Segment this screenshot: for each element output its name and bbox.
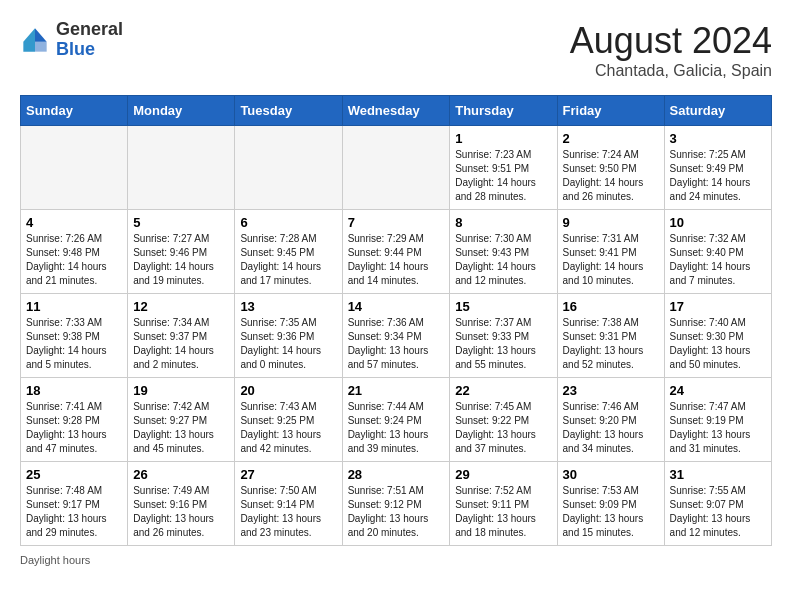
- day-info: Sunrise: 7:55 AM Sunset: 9:07 PM Dayligh…: [670, 484, 766, 540]
- day-info: Sunrise: 7:25 AM Sunset: 9:49 PM Dayligh…: [670, 148, 766, 204]
- day-info: Sunrise: 7:27 AM Sunset: 9:46 PM Dayligh…: [133, 232, 229, 288]
- day-cell-14: 14Sunrise: 7:36 AM Sunset: 9:34 PM Dayli…: [342, 294, 450, 378]
- day-cell-22: 22Sunrise: 7:45 AM Sunset: 9:22 PM Dayli…: [450, 378, 557, 462]
- column-header-sunday: Sunday: [21, 96, 128, 126]
- day-cell-9: 9Sunrise: 7:31 AM Sunset: 9:41 PM Daylig…: [557, 210, 664, 294]
- title-area: August 2024 Chantada, Galicia, Spain: [570, 20, 772, 80]
- day-number: 30: [563, 467, 659, 482]
- day-number: 24: [670, 383, 766, 398]
- day-cell-29: 29Sunrise: 7:52 AM Sunset: 9:11 PM Dayli…: [450, 462, 557, 546]
- day-number: 5: [133, 215, 229, 230]
- day-cell-23: 23Sunrise: 7:46 AM Sunset: 9:20 PM Dayli…: [557, 378, 664, 462]
- day-number: 13: [240, 299, 336, 314]
- day-number: 15: [455, 299, 551, 314]
- column-header-friday: Friday: [557, 96, 664, 126]
- logo-icon: [20, 25, 50, 55]
- day-info: Sunrise: 7:33 AM Sunset: 9:38 PM Dayligh…: [26, 316, 122, 372]
- day-cell-24: 24Sunrise: 7:47 AM Sunset: 9:19 PM Dayli…: [664, 378, 771, 462]
- day-number: 2: [563, 131, 659, 146]
- day-number: 1: [455, 131, 551, 146]
- day-info: Sunrise: 7:51 AM Sunset: 9:12 PM Dayligh…: [348, 484, 445, 540]
- day-info: Sunrise: 7:23 AM Sunset: 9:51 PM Dayligh…: [455, 148, 551, 204]
- day-info: Sunrise: 7:48 AM Sunset: 9:17 PM Dayligh…: [26, 484, 122, 540]
- day-number: 25: [26, 467, 122, 482]
- day-cell-15: 15Sunrise: 7:37 AM Sunset: 9:33 PM Dayli…: [450, 294, 557, 378]
- calendar-header: SundayMondayTuesdayWednesdayThursdayFrid…: [21, 96, 772, 126]
- page-header: General Blue August 2024 Chantada, Galic…: [20, 20, 772, 80]
- day-cell-21: 21Sunrise: 7:44 AM Sunset: 9:24 PM Dayli…: [342, 378, 450, 462]
- day-info: Sunrise: 7:26 AM Sunset: 9:48 PM Dayligh…: [26, 232, 122, 288]
- day-cell-19: 19Sunrise: 7:42 AM Sunset: 9:27 PM Dayli…: [128, 378, 235, 462]
- day-number: 14: [348, 299, 445, 314]
- day-info: Sunrise: 7:31 AM Sunset: 9:41 PM Dayligh…: [563, 232, 659, 288]
- day-cell-12: 12Sunrise: 7:34 AM Sunset: 9:37 PM Dayli…: [128, 294, 235, 378]
- day-number: 8: [455, 215, 551, 230]
- column-header-wednesday: Wednesday: [342, 96, 450, 126]
- calendar-week-5: 25Sunrise: 7:48 AM Sunset: 9:17 PM Dayli…: [21, 462, 772, 546]
- day-info: Sunrise: 7:52 AM Sunset: 9:11 PM Dayligh…: [455, 484, 551, 540]
- day-number: 4: [26, 215, 122, 230]
- day-info: Sunrise: 7:30 AM Sunset: 9:43 PM Dayligh…: [455, 232, 551, 288]
- day-info: Sunrise: 7:42 AM Sunset: 9:27 PM Dayligh…: [133, 400, 229, 456]
- day-info: Sunrise: 7:38 AM Sunset: 9:31 PM Dayligh…: [563, 316, 659, 372]
- day-info: Sunrise: 7:49 AM Sunset: 9:16 PM Dayligh…: [133, 484, 229, 540]
- logo-text: General Blue: [56, 20, 123, 60]
- day-cell-8: 8Sunrise: 7:30 AM Sunset: 9:43 PM Daylig…: [450, 210, 557, 294]
- logo: General Blue: [20, 20, 123, 60]
- day-cell-7: 7Sunrise: 7:29 AM Sunset: 9:44 PM Daylig…: [342, 210, 450, 294]
- day-info: Sunrise: 7:41 AM Sunset: 9:28 PM Dayligh…: [26, 400, 122, 456]
- day-info: Sunrise: 7:37 AM Sunset: 9:33 PM Dayligh…: [455, 316, 551, 372]
- column-header-thursday: Thursday: [450, 96, 557, 126]
- column-header-saturday: Saturday: [664, 96, 771, 126]
- svg-marker-0: [35, 28, 47, 41]
- day-info: Sunrise: 7:53 AM Sunset: 9:09 PM Dayligh…: [563, 484, 659, 540]
- logo-general: General: [56, 20, 123, 40]
- day-number: 28: [348, 467, 445, 482]
- calendar-week-4: 18Sunrise: 7:41 AM Sunset: 9:28 PM Dayli…: [21, 378, 772, 462]
- day-info: Sunrise: 7:47 AM Sunset: 9:19 PM Dayligh…: [670, 400, 766, 456]
- calendar-week-1: 1Sunrise: 7:23 AM Sunset: 9:51 PM Daylig…: [21, 126, 772, 210]
- day-number: 27: [240, 467, 336, 482]
- day-info: Sunrise: 7:24 AM Sunset: 9:50 PM Dayligh…: [563, 148, 659, 204]
- day-info: Sunrise: 7:44 AM Sunset: 9:24 PM Dayligh…: [348, 400, 445, 456]
- day-info: Sunrise: 7:34 AM Sunset: 9:37 PM Dayligh…: [133, 316, 229, 372]
- empty-cell: [342, 126, 450, 210]
- day-number: 26: [133, 467, 229, 482]
- day-cell-6: 6Sunrise: 7:28 AM Sunset: 9:45 PM Daylig…: [235, 210, 342, 294]
- day-info: Sunrise: 7:45 AM Sunset: 9:22 PM Dayligh…: [455, 400, 551, 456]
- day-cell-4: 4Sunrise: 7:26 AM Sunset: 9:48 PM Daylig…: [21, 210, 128, 294]
- day-number: 23: [563, 383, 659, 398]
- day-cell-26: 26Sunrise: 7:49 AM Sunset: 9:16 PM Dayli…: [128, 462, 235, 546]
- day-info: Sunrise: 7:29 AM Sunset: 9:44 PM Dayligh…: [348, 232, 445, 288]
- day-number: 7: [348, 215, 445, 230]
- day-info: Sunrise: 7:50 AM Sunset: 9:14 PM Dayligh…: [240, 484, 336, 540]
- day-number: 11: [26, 299, 122, 314]
- calendar-week-2: 4Sunrise: 7:26 AM Sunset: 9:48 PM Daylig…: [21, 210, 772, 294]
- day-info: Sunrise: 7:36 AM Sunset: 9:34 PM Dayligh…: [348, 316, 445, 372]
- day-number: 31: [670, 467, 766, 482]
- day-number: 19: [133, 383, 229, 398]
- day-number: 9: [563, 215, 659, 230]
- day-number: 21: [348, 383, 445, 398]
- day-info: Sunrise: 7:40 AM Sunset: 9:30 PM Dayligh…: [670, 316, 766, 372]
- day-number: 29: [455, 467, 551, 482]
- svg-marker-2: [23, 28, 35, 51]
- day-number: 6: [240, 215, 336, 230]
- footer-note: Daylight hours: [20, 554, 772, 566]
- day-cell-17: 17Sunrise: 7:40 AM Sunset: 9:30 PM Dayli…: [664, 294, 771, 378]
- day-cell-31: 31Sunrise: 7:55 AM Sunset: 9:07 PM Dayli…: [664, 462, 771, 546]
- day-cell-13: 13Sunrise: 7:35 AM Sunset: 9:36 PM Dayli…: [235, 294, 342, 378]
- day-cell-5: 5Sunrise: 7:27 AM Sunset: 9:46 PM Daylig…: [128, 210, 235, 294]
- calendar-week-3: 11Sunrise: 7:33 AM Sunset: 9:38 PM Dayli…: [21, 294, 772, 378]
- day-number: 10: [670, 215, 766, 230]
- day-cell-3: 3Sunrise: 7:25 AM Sunset: 9:49 PM Daylig…: [664, 126, 771, 210]
- day-number: 17: [670, 299, 766, 314]
- day-number: 18: [26, 383, 122, 398]
- day-cell-10: 10Sunrise: 7:32 AM Sunset: 9:40 PM Dayli…: [664, 210, 771, 294]
- empty-cell: [21, 126, 128, 210]
- day-cell-1: 1Sunrise: 7:23 AM Sunset: 9:51 PM Daylig…: [450, 126, 557, 210]
- empty-cell: [128, 126, 235, 210]
- calendar-table: SundayMondayTuesdayWednesdayThursdayFrid…: [20, 95, 772, 546]
- day-cell-25: 25Sunrise: 7:48 AM Sunset: 9:17 PM Dayli…: [21, 462, 128, 546]
- day-cell-18: 18Sunrise: 7:41 AM Sunset: 9:28 PM Dayli…: [21, 378, 128, 462]
